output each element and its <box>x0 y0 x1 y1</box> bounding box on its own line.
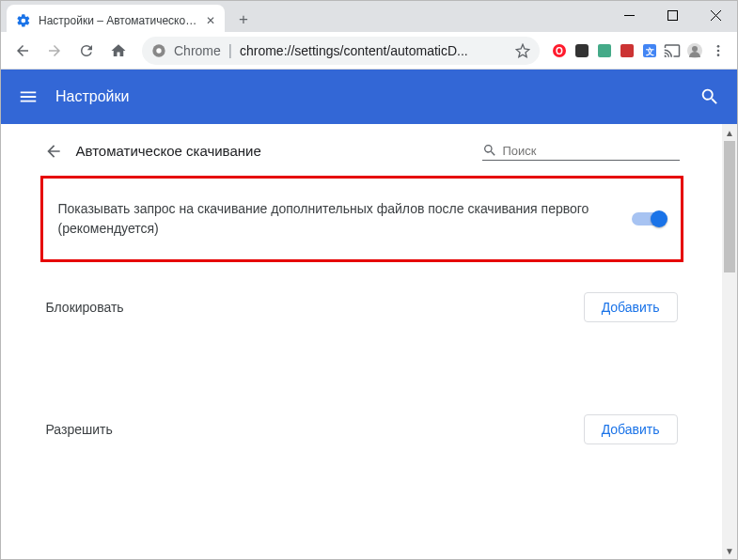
svg-rect-9 <box>598 44 611 57</box>
url-prefix: Chrome <box>174 43 221 58</box>
extension-icon[interactable]: 文 <box>639 40 660 61</box>
search-icon <box>482 143 497 158</box>
forward-button[interactable] <box>40 37 69 65</box>
allow-section: Разрешить Добавить <box>33 401 691 458</box>
profile-avatar[interactable] <box>684 40 705 61</box>
minimize-button[interactable] <box>607 1 651 29</box>
scrollbar[interactable]: ▲ ▼ <box>722 124 737 559</box>
allow-label: Разрешить <box>46 422 113 437</box>
svg-rect-1 <box>667 10 677 20</box>
extension-icon[interactable] <box>617 40 637 61</box>
extension-icon[interactable] <box>572 40 592 61</box>
add-block-button[interactable]: Добавить <box>584 292 678 322</box>
cast-icon[interactable] <box>662 40 683 61</box>
scroll-thumb[interactable] <box>724 141 735 272</box>
toggle-label: Показывать запрос на скачивание дополнит… <box>58 199 613 239</box>
kebab-menu[interactable] <box>707 37 730 65</box>
address-bar[interactable]: Chrome | chrome://settings/content/autom… <box>142 37 540 65</box>
add-allow-button[interactable]: Добавить <box>584 414 678 444</box>
extension-icons: O 文 <box>549 37 730 65</box>
block-label: Блокировать <box>46 300 124 315</box>
tab-title: Настройки – Автоматическое с <box>39 14 198 27</box>
titlebar: Настройки – Автоматическое с ✕ + <box>1 1 737 32</box>
svg-point-14 <box>692 46 698 52</box>
scroll-down-arrow[interactable]: ▼ <box>723 544 736 557</box>
menu-icon[interactable] <box>18 86 39 107</box>
block-section: Блокировать Добавить <box>33 279 691 335</box>
svg-rect-8 <box>575 44 589 57</box>
section-title: Автоматическое скачивание <box>76 143 261 159</box>
ask-before-download-toggle[interactable] <box>632 212 666 226</box>
settings-page: Автоматическое скачивание Показывать зап… <box>1 124 722 559</box>
svg-text:O: O <box>556 46 563 56</box>
svg-point-5 <box>156 48 161 53</box>
content-area: Настройки Автоматическое скачивание <box>1 70 737 559</box>
extension-icon[interactable] <box>594 40 615 61</box>
search-icon[interactable] <box>699 86 720 107</box>
section-header: Автоматическое скачивание <box>33 124 691 170</box>
maximize-button[interactable] <box>651 1 694 29</box>
settings-title: Настройки <box>55 88 129 105</box>
settings-header: Настройки <box>1 70 737 124</box>
new-tab-button[interactable]: + <box>230 7 257 33</box>
browser-toolbar: Chrome | chrome://settings/content/autom… <box>1 32 737 70</box>
close-tab-icon[interactable]: ✕ <box>206 14 215 27</box>
svg-point-16 <box>717 49 720 52</box>
extension-icon[interactable]: O <box>549 40 570 61</box>
chrome-icon <box>151 43 166 58</box>
home-button[interactable] <box>104 37 133 65</box>
back-button[interactable] <box>8 37 37 65</box>
svg-point-15 <box>717 45 720 48</box>
svg-point-17 <box>717 54 720 56</box>
search-input[interactable] <box>503 144 680 158</box>
reload-button[interactable] <box>72 37 101 65</box>
svg-rect-10 <box>620 44 634 57</box>
back-arrow-icon[interactable] <box>44 142 63 161</box>
bookmark-star-icon[interactable] <box>515 43 530 58</box>
close-window-button[interactable] <box>694 1 737 29</box>
search-field[interactable] <box>482 141 680 161</box>
scroll-up-arrow[interactable]: ▲ <box>723 126 736 139</box>
url-path: chrome://settings/content/automaticD... <box>240 43 468 58</box>
ask-before-download-row: Показывать запрос на скачивание дополнит… <box>40 176 683 262</box>
svg-rect-0 <box>624 15 635 16</box>
browser-window: Настройки – Автоматическое с ✕ + <box>0 0 738 560</box>
window-controls <box>607 1 737 29</box>
gear-icon <box>16 13 31 28</box>
svg-text:文: 文 <box>645 47 654 56</box>
